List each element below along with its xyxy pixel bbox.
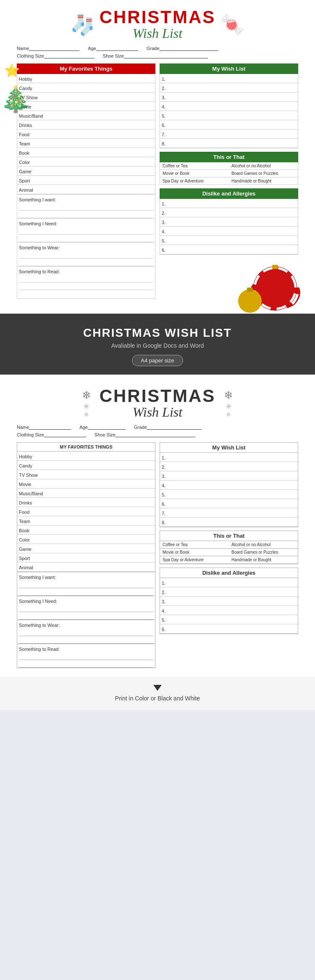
age-field: Age — [88, 45, 138, 51]
svg-rect-3 — [272, 265, 278, 269]
something-to-read-label: Something to Read: — [19, 268, 153, 275]
bw-dislike-item: 2. — [160, 587, 298, 597]
name-field: Name — [17, 45, 79, 51]
wish-item: 8. — [160, 139, 298, 148]
bw-list-item: Game — [17, 544, 155, 553]
bw-dislike-section: Dislike and Allergies 1. 2. 3. 4. 5. 6. — [160, 568, 298, 634]
bw-wish-item: 3. — [160, 471, 298, 481]
bw-age-field: Age — [79, 424, 126, 430]
bw-list-item: Animal — [17, 563, 155, 572]
bw-this-or-that: This or That Coffee or Tea Alcohol or no… — [160, 531, 298, 564]
something-i-need-label: Something I Need: — [19, 220, 153, 227]
snowflake-icon-5: ✳ — [226, 402, 232, 411]
banner-title: CHRISTMAS WISH LIST — [8, 326, 307, 340]
bw-list-item: Music/Band — [17, 489, 155, 498]
candy-icon: 🍬 — [220, 15, 245, 35]
this-or-that-cell: Handmade or Bought — [229, 177, 298, 185]
name-label: Name — [17, 46, 29, 51]
bw-list-item: TV Show — [17, 470, 155, 479]
banner-subtitle: Avaliable in Google Docs and Word — [8, 342, 307, 349]
right-column: My Wish List 1. 2. 3. 4. 5. 6. 7. 8. Thi… — [160, 63, 298, 314]
something-to-read: Something to Read: — [17, 267, 155, 299]
list-item: Book — [17, 148, 155, 157]
wish-item: 3. — [160, 92, 298, 102]
shoe-field: Shoe Size — [103, 53, 208, 58]
footer-text: Print in Color or Black and White — [8, 695, 307, 702]
bw-list-item: Color — [17, 535, 155, 544]
bw-wish-item: 1. — [160, 453, 298, 462]
bw-name-label: Name — [17, 425, 29, 430]
bw-title-block: CHRISTMAS Wish List — [100, 387, 216, 420]
dislike-header: Dislike and Allergies — [160, 188, 298, 199]
bw-wish-item: 2. — [160, 462, 298, 471]
bw-dislike-item: 6. — [160, 624, 298, 634]
color-version: 🧦 CHRISTMAS Wish List 🍬 Name Age Grade C… — [0, 0, 315, 314]
wishlist-list: 1. 2. 3. 4. 5. 6. 7. 8. — [160, 74, 298, 148]
star-decoration: ⭐ — [4, 63, 20, 78]
form-row-2: Clothing Size Shoe Size — [17, 53, 298, 58]
this-or-that-grid: Coffee or Tea Alcohol or no Alcohol Movi… — [160, 162, 298, 185]
bw-dislike-list: 1. 2. 3. 4. 5. 6. — [160, 578, 298, 634]
wish-item: 4. — [160, 102, 298, 111]
bw-dislike-item: 5. — [160, 615, 298, 624]
bw-list-item: Sport — [17, 553, 155, 563]
wish-item: 7. — [160, 129, 298, 139]
bw-wishlist-title: Wish List — [100, 405, 216, 420]
bw-name-field: Name — [17, 424, 71, 430]
snowflake-icon-3: ❄ — [84, 411, 89, 418]
this-or-that-section: This or That Coffee or Tea Alcohol or no… — [160, 152, 298, 185]
list-item: TV Show — [17, 92, 155, 102]
grade-label: Grade — [147, 46, 160, 51]
list-item: Music/Band — [17, 111, 155, 120]
bw-shoe-field: Shoe Size — [94, 431, 195, 437]
bw-wish-item: 6. — [160, 499, 298, 508]
tree-decoration: 🎄 — [0, 84, 32, 114]
this-or-that-header: This or That — [160, 152, 298, 162]
bw-favorites-header: MY FAVORITES THINGS — [17, 442, 155, 452]
footer-triangle — [153, 685, 162, 691]
bw-something-to-read: Something to Read: — [17, 644, 155, 668]
svg-rect-5 — [247, 288, 253, 292]
bw-form-row-1: Name Age Grade — [17, 424, 298, 430]
color-header: 🧦 CHRISTMAS Wish List 🍬 — [17, 8, 298, 41]
list-item: Food — [17, 129, 155, 139]
bw-version: ❄ ✳ ❄ CHRISTMAS Wish List ❄ ✳ ❄ Name Age… — [0, 375, 315, 676]
form-row-1: Name Age Grade — [17, 45, 298, 51]
shoe-label: Shoe Size — [103, 53, 124, 58]
bw-wish-item: 5. — [160, 490, 298, 499]
wish-item: 6. — [160, 120, 298, 129]
bw-list-item: Movie — [17, 479, 155, 489]
bw-clothing-label: Clothing Size — [17, 432, 44, 437]
favorites-header: My Favorites Things — [17, 63, 155, 74]
bw-list-item: Book — [17, 526, 155, 535]
bw-left-column: MY FAVORITES THINGS Hobby Candy TV Show … — [17, 442, 155, 668]
wish-item: 5. — [160, 111, 298, 120]
this-or-that-cell: Spa Day or Adventure — [160, 177, 229, 185]
bw-this-or-that-grid: Coffee or Tea Alcohol or no Alcohol Movi… — [160, 541, 298, 564]
title-block: CHRISTMAS Wish List — [100, 8, 216, 41]
grade-field: Grade — [147, 45, 218, 51]
list-item: Candy — [17, 83, 155, 92]
list-item: Team — [17, 139, 155, 148]
this-or-that-cell: Movie or Book — [160, 170, 229, 177]
age-label: Age — [88, 46, 96, 51]
bw-favorites-list: Hobby Candy TV Show Movie Music/Band Dri… — [17, 452, 155, 572]
dislike-item: 3. — [160, 217, 298, 227]
bw-wish-item: 7. — [160, 508, 298, 518]
list-item: Hobby — [17, 74, 155, 83]
left-column: My Favorites Things Hobby Candy TV Show … — [17, 63, 155, 314]
dislike-list: 1. 2. 3. 4. 5. 6. — [160, 199, 298, 255]
something-to-wear: Something to Wear: — [17, 243, 155, 267]
dislike-item: 2. — [160, 208, 298, 217]
bw-christmas-title: CHRISTMAS — [100, 387, 216, 405]
bw-grade-label: Grade — [134, 425, 147, 430]
bw-something-i-want: Something I want: — [17, 572, 155, 596]
dislike-item: 5. — [160, 236, 298, 245]
clothing-field: Clothing Size — [17, 53, 94, 58]
dislike-section: Dislike and Allergies 1. 2. 3. 4. 5. 6. — [160, 188, 298, 255]
wishlist-header: My Wish List — [160, 63, 298, 74]
bw-dislike-item: 4. — [160, 606, 298, 615]
list-item: Movie — [17, 102, 155, 111]
bw-list-item: Hobby — [17, 452, 155, 461]
snowflake-group-left: ❄ ✳ ❄ — [82, 389, 91, 418]
